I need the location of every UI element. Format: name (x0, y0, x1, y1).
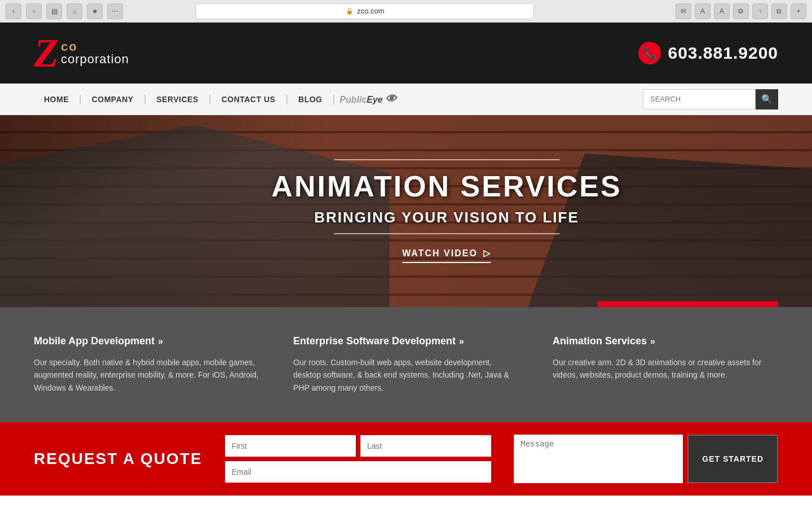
nav-separator-5: | (333, 93, 336, 105)
service-item-mobile: Mobile App Development » Our specialty. … (34, 335, 259, 394)
hero-section: ANIMATION SERVICES BRINGING YOUR VISION … (0, 115, 812, 307)
quote-label: REQUEST A QUOTE (34, 450, 202, 468)
nav-item-contact[interactable]: CONTACT US (211, 95, 286, 104)
logo[interactable]: Z co corporation (34, 33, 129, 73)
nav-item-services[interactable]: SERVICES (146, 95, 209, 104)
play-icon: ▷ (483, 248, 491, 259)
service-title-enterprise[interactable]: Enterprise Software Development » (293, 335, 519, 347)
mail-button[interactable]: ✉ (676, 3, 691, 19)
sidebar-button[interactable]: ▤ (46, 3, 62, 19)
back-button[interactable]: ‹ (6, 3, 21, 19)
logo-z: Z (34, 33, 59, 73)
settings-button[interactable]: ⚙ (733, 3, 749, 19)
service-title-mobile[interactable]: Mobile App Development » (34, 335, 259, 347)
hero-line-top (334, 159, 559, 160)
mobile-arrows-icon: » (158, 336, 163, 347)
public-eye-label: PublicEye 👁 (339, 93, 396, 106)
quote-form-fields (225, 435, 492, 483)
service-title-enterprise-label: Enterprise Software Development (293, 335, 456, 347)
nav-item-home[interactable]: HOME (34, 95, 79, 104)
service-title-animation-label: Animation Services (553, 335, 647, 347)
logo-corp: corporation (61, 53, 129, 65)
font-large-button[interactable]: A (714, 3, 730, 19)
phone-container: 📞 603.881.9200 (638, 42, 778, 64)
service-item-animation: Animation Services » Our creative arm. 2… (553, 335, 778, 394)
service-item-enterprise: Enterprise Software Development » Our ro… (293, 335, 519, 394)
logo-text: co corporation (61, 41, 129, 65)
browser-actions: ✉ A A ⚙ ↑ ⧉ + (676, 3, 806, 19)
browser-chrome: ‹ › ▤ ⌂ ★ ⋯ 🔒 zco.com ✉ A A ⚙ ↑ ⧉ + (0, 0, 812, 23)
last-name-input[interactable] (360, 435, 491, 457)
site-nav: HOME | COMPANY | SERVICES | CONTACT US |… (0, 84, 812, 115)
quote-email-row (225, 461, 492, 483)
hero-red-bar (598, 301, 778, 307)
share-button[interactable]: ⋯ (107, 3, 123, 19)
hero-subtitle: BRINGING YOUR VISION TO LIFE (271, 209, 621, 226)
quote-name-row (225, 435, 492, 457)
watch-video-button[interactable]: WATCH VIDEO ▷ (402, 248, 491, 263)
first-name-input[interactable] (225, 435, 356, 457)
address-bar[interactable]: 🔒 zco.com (196, 3, 534, 19)
email-input[interactable] (225, 461, 492, 483)
site-header: Z co corporation 📞 603.881.9200 (0, 23, 812, 84)
quote-right: GET STARTED (514, 435, 778, 483)
font-small-button[interactable]: A (695, 3, 710, 19)
logo-co: co (61, 41, 129, 53)
quote-section: REQUEST A QUOTE GET STARTED (0, 422, 812, 496)
service-desc-enterprise: Our roots. Custom-built web apps, websit… (293, 356, 519, 394)
hero-line-bottom (334, 233, 559, 234)
service-desc-animation: Our creative arm. 2D & 3D animations or … (553, 356, 778, 382)
search-button[interactable]: 🔍 (756, 89, 778, 110)
nav-item-blog[interactable]: BLOG (288, 95, 332, 104)
lock-icon: 🔒 (346, 7, 354, 15)
get-started-button[interactable]: GET STARTED (687, 435, 778, 483)
phone-number[interactable]: 603.881.9200 (668, 43, 778, 63)
new-tab-button[interactable]: + (791, 3, 806, 19)
enterprise-arrows-icon: » (459, 336, 464, 347)
forward-button[interactable]: › (26, 3, 42, 19)
hero-title: ANIMATION SERVICES (271, 169, 621, 203)
nav-public-eye[interactable]: PublicEye 👁 (339, 93, 396, 106)
tabs-button[interactable]: ⧉ (771, 3, 787, 19)
animation-arrows-icon: » (650, 336, 655, 347)
bookmark-button[interactable]: ★ (87, 3, 103, 19)
search-input[interactable] (643, 89, 756, 110)
nav-item-company[interactable]: COMPANY (82, 95, 144, 104)
phone-icon: 📞 (638, 42, 661, 64)
nav-items: HOME | COMPANY | SERVICES | CONTACT US |… (34, 93, 643, 106)
cta-label: WATCH VIDEO (402, 248, 478, 259)
service-desc-mobile: Our specialty. Both native & hybrid mobi… (34, 356, 259, 394)
search-container: 🔍 (643, 89, 778, 110)
services-section: Mobile App Development » Our specialty. … (0, 307, 812, 422)
url-text: zco.com (357, 7, 384, 15)
upload-button[interactable]: ↑ (752, 3, 768, 19)
home-button[interactable]: ⌂ (67, 3, 82, 19)
message-textarea[interactable] (514, 435, 683, 483)
search-icon: 🔍 (761, 94, 773, 104)
service-title-mobile-label: Mobile App Development (34, 335, 155, 347)
hero-content: ANIMATION SERVICES BRINGING YOUR VISION … (271, 159, 621, 263)
service-title-animation[interactable]: Animation Services » (553, 335, 778, 347)
